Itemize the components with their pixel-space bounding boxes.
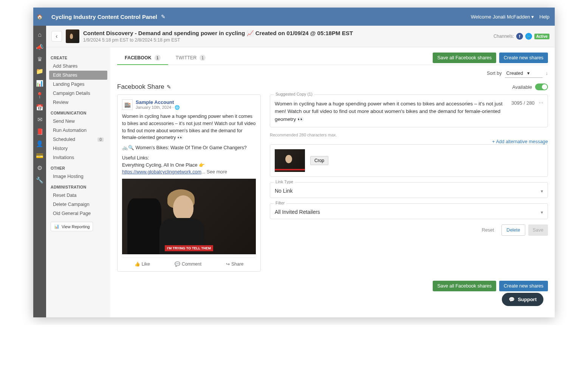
user-icon[interactable]: 👤 (33, 138, 46, 150)
tab-facebook-count: 1 (155, 55, 161, 61)
post-link[interactable]: https://www.globalcyclingnetwork.com (122, 169, 201, 175)
folder-icon[interactable]: 📁 (33, 65, 46, 77)
link-type-field[interactable]: Link Type No Link (270, 182, 548, 198)
nav-history[interactable]: History (49, 144, 107, 153)
see-more-link[interactable]: ... See more (201, 169, 227, 175)
nav-campaign-details[interactable]: Campaign Details (49, 89, 107, 98)
save-all-top-button[interactable]: Save all Facebook shares (433, 53, 496, 63)
tab-twitter-label: TWITTER (176, 55, 197, 60)
account-icon: 🏬 (122, 99, 133, 110)
campaign-thumbnail (66, 29, 79, 43)
share-image-thumb[interactable] (275, 149, 305, 172)
active-badge: Active (534, 34, 549, 39)
link-type-legend: Link Type (274, 179, 295, 184)
campaign-title: Content Discovery - Demand and spending … (83, 30, 494, 37)
nav-add-shares[interactable]: Add Shares (49, 62, 107, 71)
suggested-copy-legend: Suggested Copy (1) (274, 92, 314, 96)
view-reporting-label: View Reporting (62, 224, 90, 229)
nav-landing-pages[interactable]: Landing Pages (49, 80, 107, 89)
group-other: OTHER (51, 166, 106, 170)
card-icon[interactable]: 💳 (33, 150, 46, 162)
back-button[interactable]: ‹ (51, 31, 62, 42)
megaphone-icon[interactable]: 📣 (33, 41, 46, 53)
pin-icon[interactable]: 📍 (33, 89, 46, 101)
chat-icon: 💬 (509, 297, 515, 302)
copy-nav-arrows[interactable]: ‹·› (539, 100, 543, 105)
icon-rail: 🏠 ⌂ 📣 ♛ 📁 📊 📍 📅 ✉ 📕 👤 💳 ⚙ 🔧 (33, 8, 46, 317)
campaign-dates: 1/9/2024 5:18 pm EST to 2/8/2024 5:18 pm… (83, 37, 494, 43)
available-label: Available (512, 84, 532, 90)
links-line: Everything Cycling, All In One Place 👉 (122, 162, 205, 168)
like-action[interactable]: 👍 Like (135, 261, 150, 267)
house-icon[interactable]: ⌂ (33, 29, 46, 41)
save-button[interactable]: Save (528, 224, 548, 236)
welcome-user[interactable]: Welcome Jonali McFadden ▾ (471, 14, 534, 20)
crown-icon[interactable]: ♛ (33, 53, 46, 65)
share-action[interactable]: ↪ Share (226, 261, 243, 267)
sort-label: Sort by (487, 71, 502, 76)
copy-textarea[interactable]: Women in cycling have a huge spending po… (275, 100, 507, 123)
nav-edit-shares[interactable]: Edit Shares (49, 71, 107, 80)
available-toggle[interactable] (535, 83, 548, 90)
group-communication: COMMUNICATION (51, 111, 106, 115)
add-alternative-link[interactable]: + Add alternative message (492, 139, 548, 144)
facebook-preview-card: 🏬 Sample Account January 10th, 2024 · 🌐 … (117, 94, 261, 272)
edit-brand-icon[interactable]: ✎ (161, 14, 166, 20)
brand-title: Cycling Industry Content Control Panel (51, 14, 157, 20)
nav-scheduled[interactable]: Scheduled 0 (49, 135, 107, 144)
delete-button[interactable]: Delete (501, 224, 525, 236)
filter-legend: Filter (274, 201, 286, 205)
account-meta: January 10th, 2024 · 🌐 (136, 105, 180, 110)
tab-twitter-count: 1 (200, 55, 206, 61)
help-link[interactable]: Help (539, 14, 549, 20)
post-body-2: 🚲🔍 Women's Bikes: Waste Of Time Or Game … (122, 144, 256, 152)
useful-links-label: Useful Links: (122, 155, 149, 161)
tab-twitter[interactable]: TWITTER 1 (168, 51, 214, 65)
home-icon[interactable]: 🏠 (33, 8, 46, 26)
support-label: Support (518, 297, 537, 302)
nav-image-hosting[interactable]: Image Hosting (49, 172, 107, 181)
channels-label: Channels: (494, 34, 514, 39)
nav-send-new[interactable]: Send New (49, 117, 107, 126)
campaign-header: ‹ Content Discovery - Demand and spendin… (46, 26, 555, 47)
save-all-bottom-button[interactable]: Save all Facebook shares (433, 281, 496, 291)
chart-icon[interactable]: 📊 (33, 77, 46, 89)
book-icon[interactable]: 📕 (33, 125, 46, 138)
edit-share-icon[interactable]: ✎ (167, 84, 171, 90)
chart-bar-icon: 📊 (54, 224, 59, 229)
content-area: FACEBOOK 1 TWITTER 1 Save all Facebook s… (110, 47, 555, 317)
group-administration: ADMINISTRATION (51, 185, 106, 189)
filter-field[interactable]: Filter All Invited Retailers (270, 203, 548, 219)
tab-facebook[interactable]: FACEBOOK 1 (117, 51, 168, 65)
nav-run-automation[interactable]: Run Automation (49, 126, 107, 135)
nav-old-general-page[interactable]: Old General Page (49, 209, 107, 218)
calendar-icon[interactable]: 📅 (33, 101, 46, 113)
post-image: I'M TRYING TO TELL THEM (122, 179, 256, 254)
wrench-icon[interactable]: 🔧 (33, 174, 46, 186)
tab-facebook-label: FACEBOOK (125, 55, 152, 60)
account-name: Sample Account (136, 99, 180, 105)
support-button[interactable]: 💬 Support (502, 293, 543, 306)
nav-review[interactable]: Review (49, 98, 107, 107)
nav-invitations[interactable]: Invitations (49, 153, 107, 162)
share-heading: Facebook Share ✎ (117, 83, 171, 91)
scheduled-count-badge: 0 (97, 138, 104, 142)
create-new-bottom-button[interactable]: Create new shares (499, 281, 548, 291)
gear-icon[interactable]: ⚙ (33, 162, 46, 174)
nav-reset-data[interactable]: Reset Data (49, 191, 107, 200)
topbar: Cycling Industry Content Control Panel ✎… (46, 8, 555, 26)
comment-action[interactable]: 💬 Comment (175, 261, 201, 267)
sort-select[interactable]: Created ▾ (505, 69, 543, 78)
image-row: Crop (270, 144, 548, 177)
create-new-top-button[interactable]: Create new shares (499, 53, 548, 63)
crop-button[interactable]: Crop (310, 156, 328, 165)
sort-direction-icon[interactable]: ↓ (546, 71, 548, 76)
twitter-channel-icon[interactable]: 🐦 (525, 33, 532, 40)
facebook-channel-icon[interactable]: f (516, 33, 523, 40)
link-type-value: No Link (275, 188, 543, 194)
view-reporting-button[interactable]: 📊 View Reporting (51, 222, 93, 231)
mail-icon[interactable]: ✉ (33, 113, 46, 125)
nav-delete-campaign[interactable]: Delete Campaign (49, 200, 107, 209)
post-body-1: Women in cycling have a huge spending po… (122, 113, 256, 141)
reset-button[interactable]: Reset (477, 224, 499, 236)
